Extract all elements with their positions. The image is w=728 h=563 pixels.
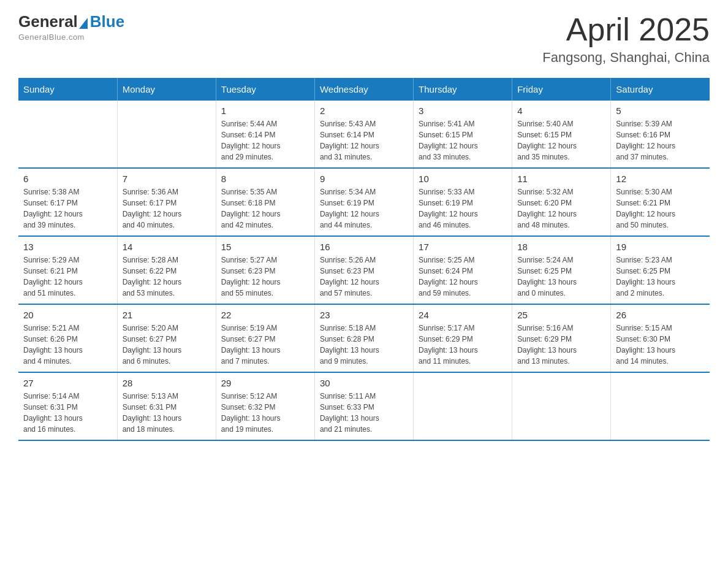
weekday-header-wednesday: Wednesday bbox=[314, 78, 413, 101]
day-info: Sunrise: 5:39 AM Sunset: 6:16 PM Dayligh… bbox=[616, 118, 705, 163]
day-info: Sunrise: 5:44 AM Sunset: 6:14 PM Dayligh… bbox=[221, 118, 309, 163]
day-number: 2 bbox=[320, 105, 408, 116]
calendar-cell: 10Sunrise: 5:33 AM Sunset: 6:19 PM Dayli… bbox=[414, 168, 512, 236]
day-info: Sunrise: 5:24 AM Sunset: 6:25 PM Dayligh… bbox=[517, 255, 605, 299]
day-info: Sunrise: 5:26 AM Sunset: 6:23 PM Dayligh… bbox=[320, 255, 408, 299]
day-info: Sunrise: 5:18 AM Sunset: 6:28 PM Dayligh… bbox=[320, 323, 408, 367]
weekday-header-row: SundayMondayTuesdayWednesdayThursdayFrid… bbox=[18, 78, 710, 101]
calendar-cell: 21Sunrise: 5:20 AM Sunset: 6:27 PM Dayli… bbox=[117, 304, 216, 372]
weekday-header-thursday: Thursday bbox=[414, 78, 512, 101]
calendar-cell: 3Sunrise: 5:41 AM Sunset: 6:15 PM Daylig… bbox=[414, 101, 512, 168]
day-number: 23 bbox=[320, 310, 408, 320]
day-info: Sunrise: 5:25 AM Sunset: 6:24 PM Dayligh… bbox=[419, 255, 507, 299]
logo-tagline: GeneralBlue.com bbox=[18, 33, 85, 42]
logo-triangle-icon bbox=[79, 18, 88, 29]
calendar-cell: 28Sunrise: 5:13 AM Sunset: 6:31 PM Dayli… bbox=[117, 372, 216, 440]
day-number: 9 bbox=[320, 174, 408, 184]
day-info: Sunrise: 5:32 AM Sunset: 6:20 PM Dayligh… bbox=[517, 186, 605, 231]
calendar-cell: 14Sunrise: 5:28 AM Sunset: 6:22 PM Dayli… bbox=[117, 236, 216, 304]
calendar-body: 1Sunrise: 5:44 AM Sunset: 6:14 PM Daylig… bbox=[18, 101, 710, 440]
day-info: Sunrise: 5:43 AM Sunset: 6:14 PM Dayligh… bbox=[320, 118, 408, 163]
day-number: 14 bbox=[123, 242, 211, 252]
day-info: Sunrise: 5:21 AM Sunset: 6:26 PM Dayligh… bbox=[23, 323, 112, 367]
logo: General Blue GeneralBlue.com bbox=[18, 12, 124, 42]
calendar-cell: 12Sunrise: 5:30 AM Sunset: 6:21 PM Dayli… bbox=[611, 168, 710, 236]
calendar-cell: 9Sunrise: 5:34 AM Sunset: 6:19 PM Daylig… bbox=[314, 168, 413, 236]
day-info: Sunrise: 5:14 AM Sunset: 6:31 PM Dayligh… bbox=[23, 391, 112, 435]
calendar-table: SundayMondayTuesdayWednesdayThursdayFrid… bbox=[18, 78, 710, 441]
day-number: 12 bbox=[616, 174, 705, 184]
calendar-cell: 7Sunrise: 5:36 AM Sunset: 6:17 PM Daylig… bbox=[117, 168, 216, 236]
day-info: Sunrise: 5:33 AM Sunset: 6:19 PM Dayligh… bbox=[419, 186, 507, 231]
day-info: Sunrise: 5:23 AM Sunset: 6:25 PM Dayligh… bbox=[616, 255, 705, 299]
weekday-header-saturday: Saturday bbox=[611, 78, 710, 101]
day-info: Sunrise: 5:17 AM Sunset: 6:29 PM Dayligh… bbox=[419, 323, 507, 367]
day-info: Sunrise: 5:27 AM Sunset: 6:23 PM Dayligh… bbox=[221, 255, 309, 299]
day-info: Sunrise: 5:20 AM Sunset: 6:27 PM Dayligh… bbox=[123, 323, 211, 367]
day-info: Sunrise: 5:40 AM Sunset: 6:15 PM Dayligh… bbox=[517, 118, 605, 163]
day-number: 28 bbox=[123, 378, 211, 388]
day-number: 20 bbox=[23, 310, 112, 320]
calendar-cell bbox=[512, 372, 611, 440]
calendar-week-1: 6Sunrise: 5:38 AM Sunset: 6:17 PM Daylig… bbox=[18, 168, 710, 236]
day-info: Sunrise: 5:34 AM Sunset: 6:19 PM Dayligh… bbox=[320, 186, 408, 231]
day-info: Sunrise: 5:36 AM Sunset: 6:17 PM Dayligh… bbox=[123, 186, 211, 231]
day-number: 21 bbox=[123, 310, 211, 320]
calendar-cell: 13Sunrise: 5:29 AM Sunset: 6:21 PM Dayli… bbox=[18, 236, 117, 304]
calendar-week-2: 13Sunrise: 5:29 AM Sunset: 6:21 PM Dayli… bbox=[18, 236, 710, 304]
day-number: 19 bbox=[616, 242, 705, 252]
calendar-cell: 6Sunrise: 5:38 AM Sunset: 6:17 PM Daylig… bbox=[18, 168, 117, 236]
day-number: 10 bbox=[419, 174, 507, 184]
calendar-cell: 30Sunrise: 5:11 AM Sunset: 6:33 PM Dayli… bbox=[314, 372, 413, 440]
day-number: 18 bbox=[517, 242, 605, 252]
day-info: Sunrise: 5:11 AM Sunset: 6:33 PM Dayligh… bbox=[320, 391, 408, 435]
weekday-header-sunday: Sunday bbox=[18, 78, 117, 101]
calendar-week-0: 1Sunrise: 5:44 AM Sunset: 6:14 PM Daylig… bbox=[18, 101, 710, 168]
day-info: Sunrise: 5:29 AM Sunset: 6:21 PM Dayligh… bbox=[23, 255, 112, 299]
day-number: 16 bbox=[320, 242, 408, 252]
calendar-cell: 24Sunrise: 5:17 AM Sunset: 6:29 PM Dayli… bbox=[414, 304, 512, 372]
calendar-cell: 4Sunrise: 5:40 AM Sunset: 6:15 PM Daylig… bbox=[512, 101, 611, 168]
calendar-cell: 27Sunrise: 5:14 AM Sunset: 6:31 PM Dayli… bbox=[18, 372, 117, 440]
calendar-cell: 5Sunrise: 5:39 AM Sunset: 6:16 PM Daylig… bbox=[611, 101, 710, 168]
day-number: 27 bbox=[23, 378, 112, 388]
day-number: 25 bbox=[517, 310, 605, 320]
weekday-header-tuesday: Tuesday bbox=[216, 78, 314, 101]
logo-top: General Blue bbox=[18, 12, 124, 31]
day-number: 24 bbox=[419, 310, 507, 320]
day-info: Sunrise: 5:12 AM Sunset: 6:32 PM Dayligh… bbox=[221, 391, 309, 435]
day-number: 30 bbox=[320, 378, 408, 388]
page-header: General Blue GeneralBlue.com April 2025 … bbox=[18, 12, 710, 66]
day-info: Sunrise: 5:15 AM Sunset: 6:30 PM Dayligh… bbox=[616, 323, 705, 367]
day-info: Sunrise: 5:35 AM Sunset: 6:18 PM Dayligh… bbox=[221, 186, 309, 231]
calendar-header: SundayMondayTuesdayWednesdayThursdayFrid… bbox=[18, 78, 710, 101]
logo-blue-text: Blue bbox=[90, 12, 124, 31]
calendar-cell: 26Sunrise: 5:15 AM Sunset: 6:30 PM Dayli… bbox=[611, 304, 710, 372]
day-info: Sunrise: 5:16 AM Sunset: 6:29 PM Dayligh… bbox=[517, 323, 605, 367]
day-info: Sunrise: 5:30 AM Sunset: 6:21 PM Dayligh… bbox=[616, 186, 705, 231]
calendar-cell bbox=[414, 372, 512, 440]
calendar-cell: 29Sunrise: 5:12 AM Sunset: 6:32 PM Dayli… bbox=[216, 372, 314, 440]
day-info: Sunrise: 5:38 AM Sunset: 6:17 PM Dayligh… bbox=[23, 186, 112, 231]
day-number: 29 bbox=[221, 378, 309, 388]
weekday-header-monday: Monday bbox=[117, 78, 216, 101]
day-number: 3 bbox=[419, 105, 507, 116]
calendar-cell bbox=[117, 101, 216, 168]
day-info: Sunrise: 5:41 AM Sunset: 6:15 PM Dayligh… bbox=[419, 118, 507, 163]
title-area: April 2025 Fangsong, Shanghai, China bbox=[542, 12, 710, 66]
day-number: 8 bbox=[221, 174, 309, 184]
logo-general-text: General bbox=[18, 12, 78, 31]
calendar-cell: 1Sunrise: 5:44 AM Sunset: 6:14 PM Daylig… bbox=[216, 101, 314, 168]
day-number: 26 bbox=[616, 310, 705, 320]
day-number: 11 bbox=[517, 174, 605, 184]
calendar-cell: 18Sunrise: 5:24 AM Sunset: 6:25 PM Dayli… bbox=[512, 236, 611, 304]
day-number: 7 bbox=[123, 174, 211, 184]
day-info: Sunrise: 5:19 AM Sunset: 6:27 PM Dayligh… bbox=[221, 323, 309, 367]
calendar-cell: 19Sunrise: 5:23 AM Sunset: 6:25 PM Dayli… bbox=[611, 236, 710, 304]
calendar-cell: 17Sunrise: 5:25 AM Sunset: 6:24 PM Dayli… bbox=[414, 236, 512, 304]
weekday-header-friday: Friday bbox=[512, 78, 611, 101]
calendar-cell: 16Sunrise: 5:26 AM Sunset: 6:23 PM Dayli… bbox=[314, 236, 413, 304]
day-info: Sunrise: 5:28 AM Sunset: 6:22 PM Dayligh… bbox=[123, 255, 211, 299]
day-number: 13 bbox=[23, 242, 112, 252]
day-number: 17 bbox=[419, 242, 507, 252]
